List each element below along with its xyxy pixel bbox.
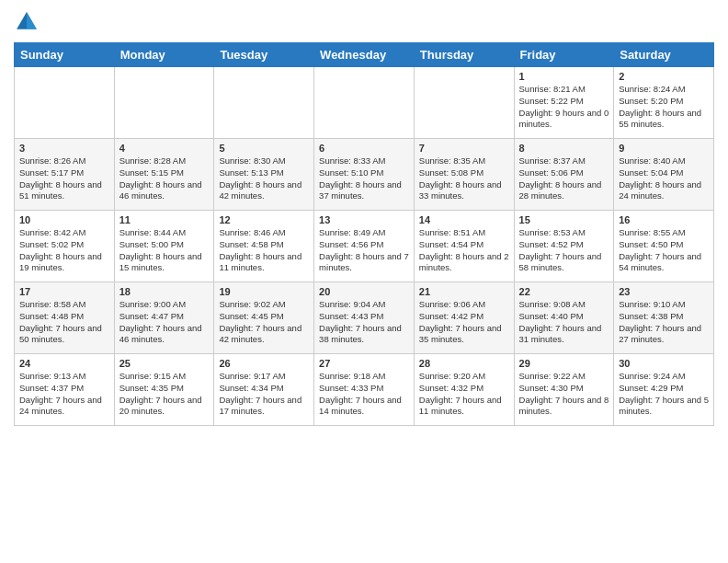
calendar-cell: 10Sunrise: 8:42 AM Sunset: 5:02 PM Dayli… [15,211,115,282]
day-info: Sunrise: 8:42 AM Sunset: 5:02 PM Dayligh… [19,227,109,274]
col-header-wednesday: Wednesday [314,43,415,67]
day-number: 25 [119,358,210,369]
day-info: Sunrise: 9:24 AM Sunset: 4:29 PM Dayligh… [619,371,709,418]
calendar-cell: 6Sunrise: 8:33 AM Sunset: 5:10 PM Daylig… [314,139,415,211]
col-header-tuesday: Tuesday [214,43,314,67]
calendar-cell: 12Sunrise: 8:46 AM Sunset: 4:58 PM Dayli… [214,211,314,282]
calendar-cell: 14Sunrise: 8:51 AM Sunset: 4:54 PM Dayli… [414,211,514,282]
calendar-cell: 16Sunrise: 8:55 AM Sunset: 4:50 PM Dayli… [614,211,714,282]
day-number: 23 [619,286,709,297]
day-number: 27 [319,358,409,369]
calendar-cell: 26Sunrise: 9:17 AM Sunset: 4:34 PM Dayli… [214,354,314,426]
day-info: Sunrise: 8:51 AM Sunset: 4:54 PM Dayligh… [419,227,509,274]
day-info: Sunrise: 8:28 AM Sunset: 5:15 PM Dayligh… [119,155,210,202]
calendar-cell: 24Sunrise: 9:13 AM Sunset: 4:37 PM Dayli… [15,354,115,426]
calendar-cell: 28Sunrise: 9:20 AM Sunset: 4:32 PM Dayli… [414,354,514,426]
day-number: 11 [119,214,210,225]
calendar-cell: 23Sunrise: 9:10 AM Sunset: 4:38 PM Dayli… [614,282,714,354]
day-info: Sunrise: 9:13 AM Sunset: 4:37 PM Dayligh… [19,371,109,418]
day-number: 16 [619,214,709,225]
day-number: 18 [119,286,210,297]
calendar-cell: 8Sunrise: 8:37 AM Sunset: 5:06 PM Daylig… [514,139,614,211]
col-header-thursday: Thursday [414,43,514,67]
day-number: 6 [319,143,409,154]
day-info: Sunrise: 9:18 AM Sunset: 4:33 PM Dayligh… [319,371,409,418]
calendar-header-row: SundayMondayTuesdayWednesdayThursdayFrid… [15,43,714,67]
day-number: 21 [419,286,509,297]
day-info: Sunrise: 8:30 AM Sunset: 5:13 PM Dayligh… [219,155,309,202]
col-header-sunday: Sunday [15,43,115,67]
calendar-table: SundayMondayTuesdayWednesdayThursdayFrid… [14,42,714,426]
calendar-cell: 7Sunrise: 8:35 AM Sunset: 5:08 PM Daylig… [414,139,514,211]
header [14,9,714,35]
day-number: 9 [619,143,709,154]
calendar-cell: 3Sunrise: 8:26 AM Sunset: 5:17 PM Daylig… [15,139,115,211]
day-info: Sunrise: 9:04 AM Sunset: 4:43 PM Dayligh… [319,299,409,346]
calendar-cell: 5Sunrise: 8:30 AM Sunset: 5:13 PM Daylig… [214,139,314,211]
day-number: 17 [19,286,109,297]
day-number: 10 [19,214,109,225]
day-info: Sunrise: 8:21 AM Sunset: 5:22 PM Dayligh… [519,84,609,131]
day-info: Sunrise: 8:44 AM Sunset: 5:00 PM Dayligh… [119,227,210,274]
calendar-cell: 25Sunrise: 9:15 AM Sunset: 4:35 PM Dayli… [114,354,214,426]
day-number: 8 [519,143,609,154]
page: SundayMondayTuesdayWednesdayThursdayFrid… [0,0,728,563]
day-number: 2 [619,71,709,82]
day-info: Sunrise: 8:33 AM Sunset: 5:10 PM Dayligh… [319,155,409,202]
day-number: 1 [519,71,609,82]
day-number: 5 [219,143,309,154]
calendar-cell [214,67,314,139]
logo-icon [14,9,40,35]
calendar-cell: 1Sunrise: 8:21 AM Sunset: 5:22 PM Daylig… [514,67,614,139]
day-number: 29 [519,358,609,369]
calendar-cell: 19Sunrise: 9:02 AM Sunset: 4:45 PM Dayli… [214,282,314,354]
day-number: 22 [519,286,609,297]
calendar-week-5: 24Sunrise: 9:13 AM Sunset: 4:37 PM Dayli… [15,354,714,426]
day-info: Sunrise: 8:40 AM Sunset: 5:04 PM Dayligh… [619,155,709,202]
day-info: Sunrise: 9:22 AM Sunset: 4:30 PM Dayligh… [519,371,609,418]
day-number: 13 [319,214,409,225]
day-info: Sunrise: 9:02 AM Sunset: 4:45 PM Dayligh… [219,299,309,346]
day-info: Sunrise: 8:26 AM Sunset: 5:17 PM Dayligh… [19,155,109,202]
calendar-cell [314,67,415,139]
calendar-cell: 27Sunrise: 9:18 AM Sunset: 4:33 PM Dayli… [314,354,415,426]
calendar-week-1: 1Sunrise: 8:21 AM Sunset: 5:22 PM Daylig… [15,67,714,139]
day-info: Sunrise: 9:20 AM Sunset: 4:32 PM Dayligh… [419,371,509,418]
day-info: Sunrise: 8:35 AM Sunset: 5:08 PM Dayligh… [419,155,509,202]
calendar-cell: 4Sunrise: 8:28 AM Sunset: 5:15 PM Daylig… [114,139,214,211]
calendar-cell: 13Sunrise: 8:49 AM Sunset: 4:56 PM Dayli… [314,211,415,282]
day-info: Sunrise: 8:49 AM Sunset: 4:56 PM Dayligh… [319,227,409,274]
calendar-cell: 15Sunrise: 8:53 AM Sunset: 4:52 PM Dayli… [514,211,614,282]
col-header-friday: Friday [514,43,614,67]
day-info: Sunrise: 8:24 AM Sunset: 5:20 PM Dayligh… [619,84,709,131]
calendar-cell: 29Sunrise: 9:22 AM Sunset: 4:30 PM Dayli… [514,354,614,426]
day-info: Sunrise: 8:37 AM Sunset: 5:06 PM Dayligh… [519,155,609,202]
day-info: Sunrise: 8:46 AM Sunset: 4:58 PM Dayligh… [219,227,309,274]
calendar-cell [414,67,514,139]
day-number: 3 [19,143,109,154]
calendar-cell: 9Sunrise: 8:40 AM Sunset: 5:04 PM Daylig… [614,139,714,211]
svg-marker-1 [27,12,37,29]
day-info: Sunrise: 8:53 AM Sunset: 4:52 PM Dayligh… [519,227,609,274]
calendar-cell [114,67,214,139]
calendar-cell: 21Sunrise: 9:06 AM Sunset: 4:42 PM Dayli… [414,282,514,354]
day-number: 14 [419,214,509,225]
calendar-week-3: 10Sunrise: 8:42 AM Sunset: 5:02 PM Dayli… [15,211,714,282]
day-number: 26 [219,358,309,369]
col-header-saturday: Saturday [614,43,714,67]
calendar-cell: 20Sunrise: 9:04 AM Sunset: 4:43 PM Dayli… [314,282,415,354]
calendar-cell: 18Sunrise: 9:00 AM Sunset: 4:47 PM Dayli… [114,282,214,354]
day-info: Sunrise: 9:17 AM Sunset: 4:34 PM Dayligh… [219,371,309,418]
day-number: 20 [319,286,409,297]
day-info: Sunrise: 8:55 AM Sunset: 4:50 PM Dayligh… [619,227,709,274]
day-number: 4 [119,143,210,154]
logo [14,9,43,35]
day-number: 24 [19,358,109,369]
calendar-cell: 22Sunrise: 9:08 AM Sunset: 4:40 PM Dayli… [514,282,614,354]
day-number: 30 [619,358,709,369]
day-info: Sunrise: 9:06 AM Sunset: 4:42 PM Dayligh… [419,299,509,346]
calendar-cell: 30Sunrise: 9:24 AM Sunset: 4:29 PM Dayli… [614,354,714,426]
calendar-cell: 11Sunrise: 8:44 AM Sunset: 5:00 PM Dayli… [114,211,214,282]
day-info: Sunrise: 9:00 AM Sunset: 4:47 PM Dayligh… [119,299,210,346]
day-info: Sunrise: 8:58 AM Sunset: 4:48 PM Dayligh… [19,299,109,346]
